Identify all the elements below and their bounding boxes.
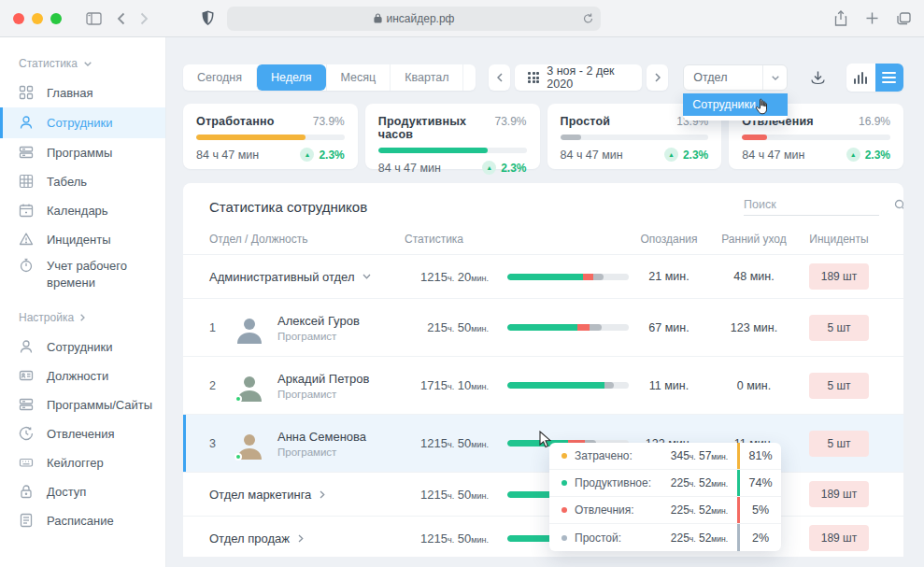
table-row-department[interactable]: Отдел маркетинга 1215ч. 50мин. 21 мин. 4… — [183, 473, 903, 517]
view-toggle — [846, 64, 903, 92]
filter-dropdown: Отдел Сотрудники — [683, 64, 788, 91]
sidebar-item-timesheet[interactable]: Табель — [0, 167, 165, 196]
sidebar-item-work-time[interactable]: Учет рабочего времени — [0, 254, 165, 295]
sidebar-item-label: Сотрудники — [47, 116, 112, 130]
sidebar-item-label: Учет рабочего времени — [47, 258, 149, 291]
period-tabs: Сегодня Неделя Месяц Квартал Год — [183, 64, 476, 91]
reload-icon[interactable] — [583, 13, 593, 24]
tooltip-percent: 81% — [737, 443, 781, 469]
browser-sidebar-icon[interactable] — [86, 12, 102, 25]
chevron-down-icon[interactable] — [362, 274, 371, 279]
activity-bar[interactable] — [507, 382, 629, 389]
sidebar-item-main[interactable]: Главная — [0, 78, 165, 107]
employee-name: Аркадий Петров — [277, 372, 369, 386]
sidebar-item-programs[interactable]: Программы — [0, 138, 165, 167]
back-button[interactable] — [117, 12, 125, 25]
green-dot-icon — [562, 480, 567, 486]
incidents-badge: 5 шт — [809, 431, 869, 457]
tab-quarter[interactable]: Квартал — [390, 64, 462, 91]
hand-cursor — [755, 98, 770, 115]
up-arrow-icon: ▲ — [846, 148, 860, 162]
tab-year[interactable]: Год — [462, 64, 475, 91]
card-progress — [742, 135, 890, 140]
forward-button[interactable] — [140, 12, 149, 25]
table-row-employee[interactable]: 1 Алексей Гуров Програмист 215ч. 50мин. … — [183, 299, 903, 357]
next-period-button[interactable] — [647, 64, 668, 91]
date-range-button[interactable]: 3 ноя - 2 дек 2020 — [515, 64, 642, 91]
prev-period-button[interactable] — [489, 64, 510, 91]
table-row-department[interactable]: Административный отдел 1215ч. 20мин. 21 … — [183, 255, 903, 299]
table-column-headers: Отдел / Должность Статистика Опоздания Р… — [183, 225, 903, 255]
dashboard-icon — [19, 85, 35, 101]
sidebar-section-settings[interactable]: Настройка — [0, 308, 165, 333]
department-name: Отдел маркетинга — [209, 488, 311, 502]
sidebar-item-settings-employees[interactable]: Сотрудники — [0, 333, 165, 361]
share-icon[interactable] — [834, 10, 847, 26]
sidebar: Статистика Главная Сотрудники Программы … — [0, 37, 166, 567]
early-leave-value: 48 мин. — [709, 270, 799, 283]
incidents-badge: 189 шт — [809, 263, 869, 290]
card-delta: ▲2.3% — [664, 148, 708, 162]
window-controls[interactable] — [13, 13, 62, 24]
sidebar-item-distractions[interactable]: Отвлечения — [0, 419, 165, 448]
sidebar-item-access[interactable]: Доступ — [0, 477, 165, 506]
sidebar-item-schedule[interactable]: Расписание — [0, 506, 165, 535]
employee-role: Програмист — [277, 389, 369, 400]
close-window-button[interactable] — [13, 13, 24, 24]
activity-bar[interactable] — [507, 324, 629, 331]
sidebar-item-label: Расписание — [47, 514, 114, 528]
chevron-right-icon[interactable] — [320, 490, 325, 499]
chart-view-button[interactable] — [846, 64, 874, 92]
download-button[interactable] — [810, 70, 826, 86]
chevron-right-icon[interactable] — [298, 534, 304, 543]
tooltip-row-distractions: Отвлечния: 225ч. 52мин. 5% — [549, 497, 781, 524]
late-value: 21 мин. — [629, 270, 709, 283]
sidebar-item-programs-sites[interactable]: Программы/Сайты — [0, 390, 165, 419]
row-number: 2 — [209, 379, 234, 392]
keyboard-icon — [19, 455, 35, 471]
table-row-department[interactable]: Отдел продаж 1215ч. 50мин. 21 мин. 48 ми… — [183, 517, 903, 557]
list-view-button[interactable] — [875, 64, 903, 92]
sidebar-item-label: Должности — [47, 369, 108, 383]
employee-role: Програмист — [277, 447, 366, 458]
filter-select[interactable]: Отдел — [683, 64, 788, 91]
address-bar[interactable]: инсайдер.рф — [227, 7, 601, 31]
sidebar-item-positions[interactable]: Должности — [0, 361, 165, 390]
avatar — [234, 370, 265, 402]
sidebar-section-statistics[interactable]: Статистика — [0, 54, 165, 78]
tooltip-row-productive: Продуктивное: 225ч. 52мин. 74% — [549, 470, 781, 497]
card-progress — [561, 135, 709, 140]
list-icon — [19, 145, 35, 161]
tab-today[interactable]: Сегодня — [183, 64, 256, 91]
search-field[interactable] — [744, 198, 879, 216]
card-title: Продуктивных часов — [378, 115, 495, 141]
department-name: Отдел продаж — [209, 532, 290, 546]
early-leave-value: 123 мин. — [709, 321, 799, 334]
row-number: 3 — [209, 437, 234, 450]
hamburger-icon — [882, 69, 896, 86]
zoom-window-button[interactable] — [50, 13, 62, 24]
sidebar-item-incidents[interactable]: Инциденты — [0, 225, 165, 254]
filter-menu-item-employees[interactable]: Сотрудники — [683, 93, 788, 116]
search-input[interactable] — [744, 198, 894, 211]
incidents-badge: 189 шт — [809, 481, 869, 507]
card-percent: 73.9% — [494, 115, 526, 128]
table-row-employee[interactable]: 2 Аркадий Петров Програмист 1715ч. 10мин… — [183, 357, 903, 415]
column-header: Отдел / Должность — [209, 233, 405, 246]
activity-tooltip: Затрачено: 345ч. 57мин. 81% Продуктивное… — [549, 443, 781, 551]
tab-month[interactable]: Месяц — [326, 64, 391, 91]
sidebar-item-keylogger[interactable]: Кейлоггер — [0, 448, 165, 477]
filter-menu: Сотрудники — [683, 93, 788, 120]
sidebar-item-label: Отвлечения — [47, 427, 115, 441]
activity-bar[interactable] — [507, 274, 629, 280]
new-tab-icon[interactable] — [866, 12, 878, 24]
minimize-window-button[interactable] — [32, 13, 43, 24]
tab-overview-icon[interactable] — [897, 12, 911, 25]
clock-icon — [19, 426, 35, 442]
column-header: Ранний уход — [709, 233, 799, 246]
sidebar-item-employees[interactable]: Сотрудники — [0, 107, 165, 138]
sidebar-item-label: Сотрудники — [47, 340, 112, 354]
tooltip-percent: 5% — [737, 497, 781, 523]
sidebar-item-calendar[interactable]: Календарь — [0, 196, 165, 225]
tab-week[interactable]: Неделя — [256, 64, 326, 91]
